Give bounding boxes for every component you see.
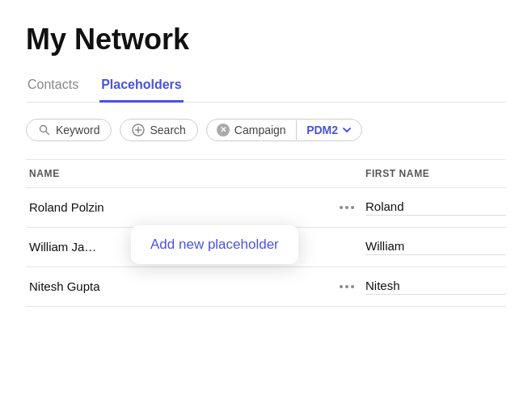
page-container: My Network Contacts Placeholders Keyword — [0, 0, 532, 307]
svg-line-1 — [46, 131, 49, 134]
search-filter-label: Search — [150, 124, 185, 136]
dot1 — [340, 285, 343, 288]
more-options-button[interactable] — [335, 283, 359, 290]
dot1 — [340, 206, 343, 209]
row-firstname-cell: Nitesh — [365, 279, 506, 295]
more-options-button[interactable] — [335, 204, 359, 211]
filter-bar: Keyword Search ✕ Campaign PDM2 — [26, 119, 506, 141]
contact-name: Nitesh Gupta — [29, 279, 100, 293]
dot2 — [345, 206, 348, 209]
contact-name: William Ja… — [29, 240, 96, 254]
tab-contacts[interactable]: Contacts — [26, 71, 80, 103]
tab-placeholders[interactable]: Placeholders — [99, 71, 184, 103]
page-title: My Network — [26, 23, 506, 57]
add-icon — [132, 124, 145, 136]
keyword-filter-label: Keyword — [56, 124, 99, 136]
column-header-firstname: FIRST NAME — [365, 168, 506, 179]
contact-name: Roland Polzin — [29, 200, 104, 214]
dot3 — [351, 285, 354, 288]
row-name-cell: Nitesh Gupta — [26, 279, 365, 293]
row-name-cell: Roland Polzin — [26, 200, 365, 214]
campaign-filter-label: Campaign — [234, 124, 286, 136]
table-row: Roland Polzin Roland Add new placeholder — [26, 188, 506, 228]
search-filter-chip[interactable]: Search — [120, 119, 197, 141]
context-menu: Add new placeholder — [131, 225, 298, 264]
campaign-filter[interactable]: ✕ Campaign PDM2 — [206, 119, 362, 141]
tab-bar: Contacts Placeholders — [26, 71, 506, 103]
table-row: Nitesh Gupta Nitesh — [26, 267, 506, 307]
campaign-value: PDM2 — [306, 124, 338, 136]
campaign-value-selector[interactable]: PDM2 — [297, 120, 361, 141]
dot2 — [345, 285, 348, 288]
search-icon — [38, 124, 51, 136]
dot3 — [351, 206, 354, 209]
column-header-name: NAME — [26, 168, 365, 179]
row-firstname-cell: Roland — [365, 199, 506, 216]
keyword-filter-chip[interactable]: Keyword — [26, 119, 112, 141]
chevron-down-icon — [342, 125, 352, 135]
row-firstname-cell: William — [365, 239, 506, 255]
add-placeholder-menu-item[interactable]: Add new placeholder — [150, 237, 279, 253]
table-header: NAME FIRST NAME — [26, 159, 506, 188]
campaign-filter-left[interactable]: ✕ Campaign — [207, 120, 296, 141]
remove-campaign-icon[interactable]: ✕ — [217, 124, 230, 136]
